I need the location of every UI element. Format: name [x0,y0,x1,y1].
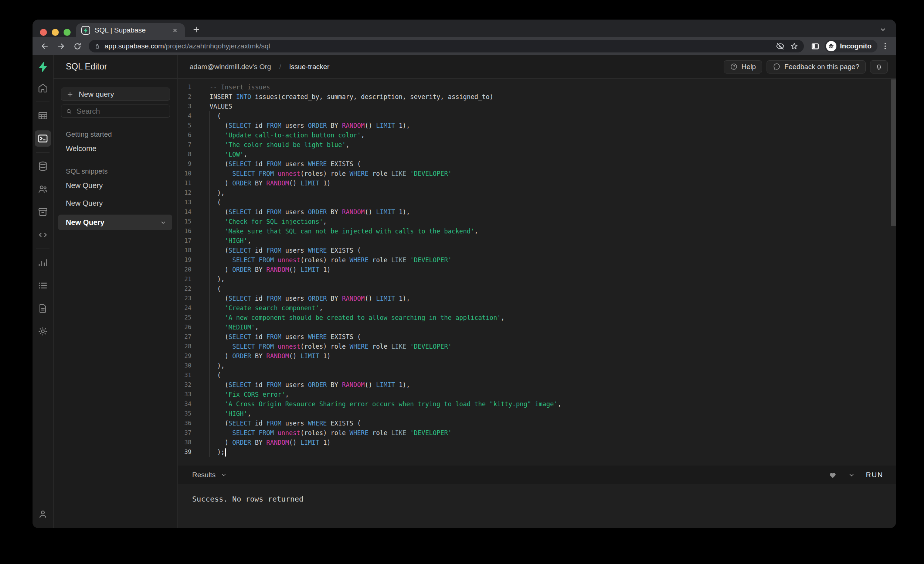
reports-chart-icon[interactable] [35,254,51,271]
minimize-window-button[interactable] [52,29,59,36]
main-content: adam@windmill.dev's Org / issue-tracker … [178,55,896,528]
eye-off-icon[interactable] [776,42,784,51]
code-line: 1-- Insert issues [178,82,896,92]
rail-divider [36,102,50,102]
chevron-down-icon[interactable] [160,219,166,226]
edge-functions-icon[interactable] [35,227,51,243]
code-line: 19 SELECT FROM unnest(roles) role WHERE … [178,255,896,265]
feedback-button[interactable]: Feedback on this page? [766,60,866,73]
address-bar[interactable]: app.supabase.com/project/azahtnhqohyjerz… [89,40,804,52]
browser-tab[interactable]: SQL | Supabase [76,23,185,37]
breadcrumb-project[interactable]: issue-tracker [290,63,330,71]
table-editor-icon[interactable] [35,108,51,124]
side-panel-icon[interactable] [808,39,822,53]
forward-button[interactable] [54,39,68,53]
chat-bubble-icon [773,63,781,70]
sql-code-editor[interactable]: 1-- Insert issues2INSERT INTO issues(cre… [178,79,896,465]
incognito-spy-icon [826,41,836,51]
account-person-icon[interactable] [35,506,51,522]
code-line: 31 ( [178,371,896,380]
line-number: 11 [178,178,201,188]
sidebar-item-snippet-2[interactable]: New Query [61,195,170,211]
line-number: 1 [178,82,201,92]
line-number: 38 [178,438,201,447]
storage-icon[interactable] [35,204,51,220]
results-dropdown[interactable]: Results [192,471,227,479]
plus-icon [66,91,74,98]
code-line: 29 ) ORDER BY RANDOM() LIMIT 1) [178,351,896,361]
line-number: 27 [178,332,201,342]
sidebar-item-welcome[interactable]: Welcome [61,141,170,156]
close-window-button[interactable] [40,29,47,36]
line-number: 14 [178,207,201,217]
code-line: 27 (SELECT id FROM users WHERE EXISTS ( [178,332,896,342]
favorite-heart-icon[interactable] [828,471,837,479]
line-number: 19 [178,255,201,265]
run-button[interactable]: RUN [866,471,884,479]
line-number: 4 [178,111,201,121]
code-line: 9 (SELECT id FROM users WHERE EXISTS ( [178,159,896,169]
sql-editor-icon[interactable] [35,130,51,147]
editor-scrollbar[interactable] [891,79,896,226]
results-bar: Results RUN [178,465,896,484]
settings-gear-icon[interactable] [35,323,51,340]
question-circle-icon [730,63,738,70]
docs-icon[interactable] [35,300,51,317]
logs-list-icon[interactable] [35,277,51,294]
browser-window: SQL | Supabase [33,19,896,528]
run-options-chevron-icon[interactable] [848,472,855,478]
line-number: 21 [178,274,201,284]
line-number: 34 [178,399,201,409]
browser-menu-icon[interactable] [880,42,891,50]
desktop-background: SQL | Supabase [0,0,924,564]
incognito-label: Incognito [840,42,872,50]
reload-button[interactable] [70,39,84,53]
line-number: 25 [178,313,201,322]
code-line: 35 'HIGH', [178,409,896,419]
code-line: 16 'Make sure that SQL can not be inject… [178,226,896,236]
line-number: 24 [178,303,201,313]
snippet-search[interactable] [61,105,170,118]
lock-icon [94,43,101,50]
bookmark-star-icon[interactable] [790,42,799,51]
sidebar-item-snippet-1[interactable]: New Query [61,178,170,193]
tab-search-chevron-icon[interactable] [880,26,886,33]
line-number: 33 [178,390,201,399]
help-button[interactable]: Help [724,60,762,73]
new-query-button[interactable]: New query [61,88,170,101]
back-button[interactable] [38,39,52,53]
line-number: 18 [178,245,201,255]
search-input[interactable] [76,107,165,115]
code-line: 15 'Check for SQL injections', [178,217,896,226]
breadcrumb-org[interactable]: adam@windmill.dev's Org [190,63,271,71]
code-line: 23 (SELECT id FROM users ORDER BY RANDOM… [178,294,896,303]
sidebar-item-snippet-3-active[interactable]: New Query [58,215,172,230]
url-text: app.supabase.com/project/azahtnhqohyjerz… [105,42,270,50]
home-icon[interactable] [35,80,51,96]
line-number: 39 [178,447,201,457]
database-icon[interactable] [35,158,51,174]
bell-icon [875,63,883,71]
code-line: 12 ), [178,188,896,197]
line-number: 8 [178,150,201,159]
success-message: Success. No rows returned [192,495,303,503]
code-line: 13 ( [178,197,896,207]
code-line: 20 ) ORDER BY RANDOM() LIMIT 1) [178,265,896,274]
auth-users-icon[interactable] [35,181,51,197]
notifications-bell-button[interactable] [870,60,888,73]
code-line: 34 'A Cross Origin Resource Sharing erro… [178,399,896,409]
new-tab-button[interactable] [192,25,200,34]
maximize-window-button[interactable] [64,29,70,36]
line-number: 32 [178,380,201,390]
supabase-logo-icon[interactable] [38,61,48,73]
tab-close-icon[interactable] [170,25,180,35]
code-line: 32 (SELECT id FROM users ORDER BY RANDOM… [178,380,896,390]
line-number: 31 [178,371,201,380]
nav-rail [33,55,54,528]
breadcrumb-bar: adam@windmill.dev's Org / issue-tracker … [178,55,896,79]
code-line: 24 'Create search component', [178,303,896,313]
line-number: 7 [178,140,201,150]
indent-guide [209,111,210,457]
rail-divider [36,152,50,153]
code-line: 17 'HIGH', [178,236,896,245]
